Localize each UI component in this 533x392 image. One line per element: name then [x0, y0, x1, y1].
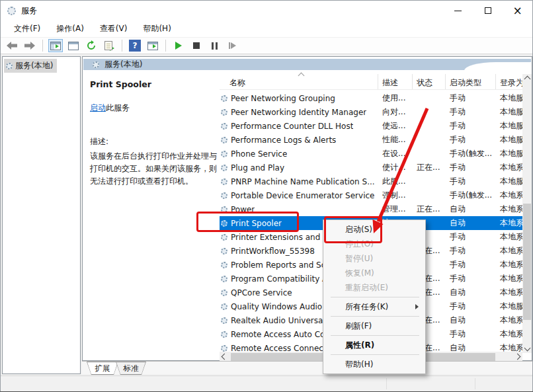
service-gear-icon [221, 220, 227, 227]
vertical-scrollbar-thumb[interactable] [523, 204, 531, 320]
restart-service-icon[interactable] [225, 39, 239, 52]
menu-separator [331, 297, 419, 297]
column-header-description[interactable]: 描述 [378, 74, 413, 89]
context-menu-item[interactable]: 刷新(F) [323, 319, 425, 333]
minimize-button[interactable] [443, 1, 473, 20]
service-gear-icon [221, 165, 227, 171]
service-gear-icon [221, 345, 227, 352]
context-menu-item[interactable]: 启动(S) [323, 222, 425, 237]
service-row[interactable]: Peer Networking Identity Manager向对...手动本… [220, 105, 522, 119]
context-menu-item[interactable]: 停止(O) [323, 237, 425, 251]
start-service-suffix: 此服务 [106, 103, 130, 112]
refresh-icon[interactable] [84, 39, 99, 52]
service-row[interactable]: Peer Networking Grouping使用...手动本地服务 [220, 91, 522, 105]
service-gear-icon [221, 234, 227, 241]
vertical-scrollbar[interactable] [522, 74, 532, 353]
service-gear-icon [221, 95, 227, 102]
context-menu-item[interactable]: 帮助(H) [323, 357, 425, 372]
scroll-right-icon[interactable] [512, 352, 522, 362]
main-panel: 服务(本地) Print Spooler 启动此服务 描述: 该服务在后台执行打… [82, 56, 532, 361]
context-menu-item[interactable]: 属性(R) [323, 338, 425, 352]
service-gear-icon [221, 248, 227, 255]
service-gear-icon [221, 317, 227, 324]
services-window: 服务 × 文件(F) 操作(A) 查看(V) 帮助(H) [0, 0, 533, 392]
menu-separator [331, 335, 419, 336]
stop-service-icon[interactable] [189, 39, 204, 52]
panel-header-title: 服务(本地) [104, 59, 142, 70]
service-gear-icon [221, 178, 227, 185]
toolbar-separator [122, 40, 122, 52]
service-row[interactable]: Phone Service在设...手动(触发...本地服务 [220, 147, 522, 161]
column-header-status[interactable]: 状态 [413, 74, 446, 89]
status-bar [1, 375, 532, 391]
close-button[interactable]: × [503, 1, 532, 20]
menu-separator [331, 354, 419, 355]
service-details-pane: Print Spooler 启动此服务 描述: 该服务在后台执行打印作业并处理与… [84, 71, 220, 359]
selected-service-name: Print Spooler [90, 79, 214, 89]
menu-action[interactable]: 操作(A) [50, 21, 91, 36]
menu-separator [331, 316, 419, 317]
menu-help[interactable]: 帮助(H) [136, 21, 177, 36]
tab-standard[interactable]: 标准 [116, 362, 146, 375]
scroll-left-icon[interactable] [220, 352, 229, 362]
export-list-icon[interactable] [102, 39, 116, 52]
pause-service-icon[interactable] [207, 39, 222, 52]
tree-item-services-local[interactable]: 服务(本地) [4, 59, 57, 73]
menu-view[interactable]: 查看(V) [93, 21, 134, 36]
service-row[interactable]: Portable Device Enumerator Service强制...手… [220, 188, 522, 202]
context-menu-item[interactable]: 暂停(U) [323, 251, 425, 266]
toolbar-separator [165, 40, 166, 52]
start-service-line: 启动此服务 [90, 102, 214, 114]
panel-header-bar: 服务(本地) [83, 59, 531, 70]
forward-icon[interactable] [22, 39, 37, 52]
panel-gear-icon [93, 61, 99, 68]
service-gear-icon [221, 290, 227, 296]
maximize-button[interactable] [473, 1, 503, 20]
show-console-tree-icon[interactable] [48, 39, 63, 52]
service-gear-icon [221, 123, 227, 130]
service-row[interactable]: PNRP Machine Name Publication S...此服...手… [220, 175, 522, 188]
back-icon[interactable] [5, 39, 19, 52]
service-gear-icon [221, 331, 227, 338]
console-tree-panel: 服务(本地) [2, 56, 81, 374]
title-bar: 服务 × [1, 1, 532, 20]
status-divider [475, 378, 475, 389]
scroll-up-icon[interactable] [522, 74, 532, 84]
start-service-link[interactable]: 启动 [90, 103, 106, 112]
context-menu-item[interactable]: 所有任务(K) [323, 299, 425, 314]
column-header-startup-type[interactable]: 启动类型 [446, 74, 496, 89]
service-gear-icon [221, 137, 227, 143]
services-gear-icon [6, 63, 13, 69]
service-gear-icon [221, 262, 227, 268]
service-row[interactable]: Power管理...正在...自动本地系统 [220, 202, 522, 216]
maximize-icon [485, 7, 491, 14]
tab-extended[interactable]: 扩展 [87, 362, 118, 375]
service-row[interactable]: Performance Logs & Alerts性能...手动本地服务 [220, 133, 522, 147]
menu-file[interactable]: 文件(F) [7, 21, 47, 36]
description-text: 该服务在后台执行打印作业并处理与打印机的交互。如果关闭该服务，则无法进行打印或查… [90, 150, 220, 188]
help-icon[interactable]: ? [128, 39, 142, 52]
list-header: 名称 描述 状态 启动类型 登录为 [220, 74, 522, 90]
context-menu-item[interactable]: 重新启动(E) [323, 280, 425, 295]
menu-bar: 文件(F) 操作(A) 查看(V) 帮助(H) [1, 20, 532, 37]
service-gear-icon [221, 303, 227, 310]
service-gear-icon [221, 109, 227, 116]
service-row[interactable]: Plug and Play使计...正在...手动本地系统 [220, 161, 522, 175]
scroll-down-icon[interactable] [522, 343, 532, 353]
app-gear-icon [7, 7, 16, 15]
status-divider [386, 378, 387, 389]
column-header-logon-as[interactable]: 登录为 [496, 74, 522, 89]
action-pane-icon[interactable] [145, 39, 160, 52]
view-tabstrip: 扩展 标准 [82, 361, 532, 374]
context-menu: 启动(S)停止(O)暂停(U)恢复(M)重新启动(E)所有任务(K)刷新(F)属… [323, 219, 426, 374]
context-menu-item[interactable]: 恢复(M) [323, 266, 425, 280]
start-service-icon[interactable] [171, 39, 186, 52]
service-gear-icon [221, 276, 227, 282]
service-gear-icon [221, 151, 227, 157]
close-icon: × [512, 4, 522, 17]
service-gear-icon [221, 206, 227, 213]
properties-window-icon[interactable] [66, 39, 81, 52]
window-title: 服务 [21, 5, 37, 17]
service-row[interactable]: Performance Counter DLL Host使远...手动本地服务 [220, 119, 522, 133]
service-gear-icon [221, 192, 227, 199]
